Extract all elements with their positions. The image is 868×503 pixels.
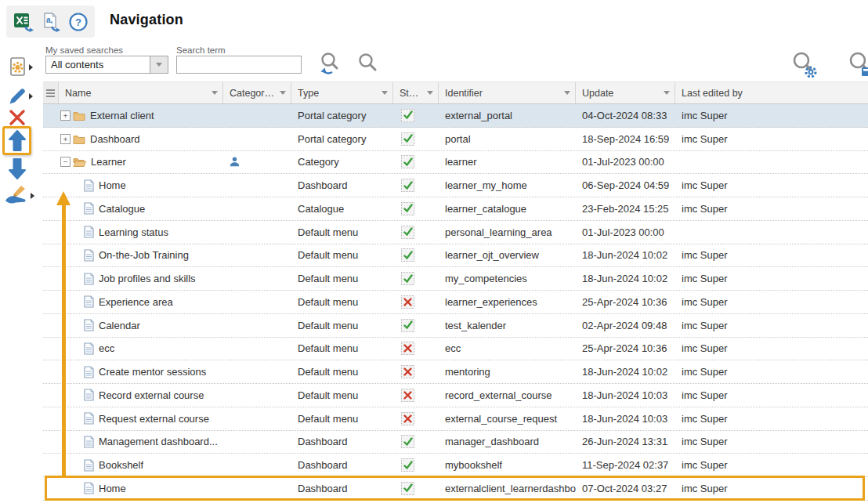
update-cell: 18-Jun-2024 10:02: [576, 244, 675, 267]
status-cell: [393, 338, 439, 360]
delete-icon[interactable]: [9, 109, 26, 129]
table-row[interactable]: Record external courseDefault menurecord…: [43, 384, 868, 407]
last-edited-by-cell: imc Super: [675, 128, 868, 150]
type-cell: Category: [291, 151, 393, 174]
type-cell: Portal category: [291, 104, 393, 127]
column-label: Category icon: [230, 88, 277, 99]
name-cell: Experience area: [59, 291, 223, 313]
identifier-cell: record_external_course: [439, 384, 576, 407]
grip-icon[interactable]: [46, 89, 55, 97]
table-row[interactable]: +DashboardPortal categoryportal18-Sep-20…: [43, 128, 868, 151]
edit-pencil-icon[interactable]: [7, 85, 28, 110]
table-row[interactable]: −LearnerCategorylearner01-Jul-2023 00:00: [43, 151, 868, 175]
assign-icon[interactable]: [4, 185, 30, 209]
category-icon-cell: [223, 267, 291, 290]
status-inactive-icon: [401, 365, 414, 378]
filter-arrow-icon[interactable]: [212, 91, 218, 95]
manage-saved-searches-icon[interactable]: [846, 50, 868, 83]
row-handle-cell: [43, 174, 59, 197]
table-row[interactable]: Job profiles and skillsDefault menumy_co…: [43, 267, 868, 291]
search-term-input[interactable]: [176, 56, 302, 74]
filter-arrow-icon[interactable]: [664, 91, 670, 95]
table-row[interactable]: Management dashboard...Dashboardmanager_…: [43, 431, 868, 454]
identifier-cell: learner_my_home: [439, 174, 576, 197]
category-icon-cell: [223, 128, 291, 150]
move-down-button[interactable]: [8, 157, 27, 183]
new-content-submenu-caret[interactable]: [29, 64, 33, 71]
category-icon-cell: [223, 174, 291, 197]
row-handle-cell: [43, 431, 59, 454]
category-icon-cell: [223, 244, 291, 267]
identifier-cell: portal: [439, 128, 576, 150]
status-active-icon: [401, 155, 414, 168]
column-header-name[interactable]: Name: [59, 82, 223, 103]
type-cell: Default menu: [291, 244, 393, 267]
table-row[interactable]: CatalogueCataloguelearner_catalogue23-Fe…: [43, 197, 868, 221]
column-header-status[interactable]: Status: [393, 82, 439, 103]
text-export-icon[interactable]: a,: [40, 11, 62, 33]
search-settings-icon[interactable]: [790, 50, 819, 83]
folder-closed-icon: [73, 134, 85, 144]
page-title: Navigation: [110, 12, 183, 28]
filter-arrow-icon[interactable]: [382, 91, 388, 95]
filter-arrow-icon[interactable]: [280, 91, 286, 95]
move-up-button[interactable]: [8, 129, 27, 156]
expand-toggle-icon[interactable]: +: [60, 134, 71, 144]
table-row[interactable]: Request external courseDefault menuexter…: [43, 407, 868, 431]
status-inactive-icon: [401, 295, 414, 309]
status-inactive-icon: [401, 389, 414, 402]
document-icon: [84, 482, 94, 494]
identifier-cell: mentoring: [439, 360, 576, 383]
saved-searches-value: All contents: [46, 56, 150, 73]
type-cell: Dashboard: [291, 431, 393, 454]
category-icon-cell: [223, 291, 291, 313]
excel-export-icon[interactable]: [13, 11, 34, 33]
row-handle-cell: [43, 384, 59, 407]
update-cell: 18-Jun-2024 10:02: [576, 267, 675, 290]
table-row[interactable]: +External clientPortal categoryexternal_…: [43, 104, 868, 128]
assign-submenu-caret[interactable]: [31, 193, 34, 199]
item-name: Management dashboard...: [99, 436, 218, 447]
table-row[interactable]: Create mentor sessionsDefault menumentor…: [43, 360, 868, 384]
column-header-cat_icon[interactable]: Category icon: [223, 82, 291, 103]
update-cell: 07-Oct-2024 03:27: [576, 477, 675, 500]
table-row[interactable]: eccDefault menuecc25-Apr-2024 10:36imc S…: [43, 338, 868, 361]
update-cell: 11-Sep-2024 02:37: [576, 454, 675, 476]
column-header-identifier[interactable]: Identifier: [439, 82, 576, 103]
name-cell: +Dashboard: [59, 128, 223, 150]
type-cell: Dashboard: [291, 454, 393, 476]
new-content-button[interactable]: [8, 56, 28, 81]
edit-submenu-caret[interactable]: [29, 93, 33, 100]
table-row[interactable]: CalendarDefault menutest_kalender02-Apr-…: [43, 314, 868, 338]
item-name: Dashboard: [90, 133, 140, 145]
column-header-type[interactable]: Type: [291, 82, 393, 103]
column-label: Update: [582, 88, 660, 99]
row-handle-cell: [43, 407, 59, 430]
table-row[interactable]: Experience areaDefault menulearner_exper…: [43, 291, 868, 314]
table-row[interactable]: On-the-Job TrainingDefault menulearner_o…: [43, 244, 868, 268]
expand-toggle-icon[interactable]: +: [60, 110, 71, 121]
reset-search-icon[interactable]: [316, 50, 343, 81]
status-cell: [393, 360, 439, 383]
status-active-icon: [401, 202, 414, 215]
collapse-toggle-icon[interactable]: −: [60, 157, 71, 167]
filter-arrow-icon[interactable]: [564, 91, 570, 95]
saved-searches-select[interactable]: All contents: [45, 56, 168, 74]
table-row[interactable]: Learning statusDefault menupersonal_lear…: [43, 221, 868, 244]
row-handle-cell: [43, 244, 59, 267]
folder-closed-icon: [73, 110, 85, 121]
row-handle-cell: [43, 338, 59, 360]
column-header-editor[interactable]: Last edited by: [675, 82, 868, 103]
table-row[interactable]: HomeDashboardlearner_my_home06-Sep-2024 …: [43, 174, 868, 197]
column-header-update[interactable]: Update: [576, 82, 675, 103]
status-cell: [393, 291, 439, 313]
select-dropdown-button[interactable]: [150, 56, 168, 73]
type-cell: Default menu: [291, 360, 393, 383]
type-cell: Portal category: [291, 128, 393, 150]
table-row[interactable]: HomeDashboardexternalclient_learnerdashb…: [43, 477, 868, 501]
filter-arrow-icon[interactable]: [427, 91, 433, 95]
search-icon[interactable]: [356, 52, 378, 77]
help-icon[interactable]: ?: [68, 12, 89, 32]
table-row[interactable]: BookshelfDashboardmybookshelf11-Sep-2024…: [43, 454, 868, 477]
last-edited-by-cell: [675, 221, 868, 244]
